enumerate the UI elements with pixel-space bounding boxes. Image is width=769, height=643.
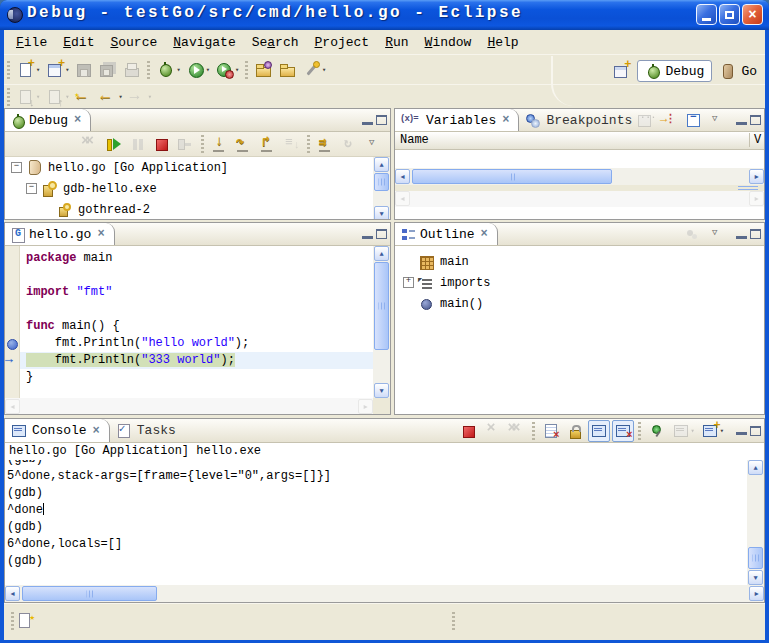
breakpoint-icon[interactable] bbox=[7, 339, 18, 350]
console-vscrollbar[interactable]: ▲ ▼ bbox=[747, 460, 764, 585]
editor-marker-gutter[interactable]: → bbox=[5, 246, 20, 398]
collapse-all-button[interactable] bbox=[682, 109, 704, 131]
scroll-up-icon[interactable]: ▲ bbox=[374, 157, 389, 172]
instruction-pointer-icon[interactable]: → bbox=[5, 352, 13, 367]
outline-item[interactable]: main bbox=[395, 251, 764, 272]
outline-item[interactable]: main() bbox=[395, 293, 764, 314]
minimize-view-button[interactable] bbox=[736, 426, 747, 435]
scroll-right-icon[interactable]: ► bbox=[749, 586, 764, 601]
terminate-button[interactable] bbox=[151, 133, 173, 155]
minimize-button[interactable] bbox=[696, 4, 717, 25]
scroll-left-icon[interactable]: ◄ bbox=[5, 586, 20, 601]
tab-debug[interactable]: Debug × bbox=[5, 109, 91, 131]
menu-navigate[interactable]: Navigate bbox=[165, 33, 243, 52]
run-button[interactable]: ▾ bbox=[185, 59, 212, 81]
menu-search[interactable]: Search bbox=[244, 33, 307, 52]
tab-outline[interactable]: Outline × bbox=[395, 223, 498, 245]
console-output[interactable]: (gdb)5^done,stack-args=[frame={level="0"… bbox=[7, 460, 747, 585]
menu-window[interactable]: Window bbox=[417, 33, 480, 52]
resume-button[interactable] bbox=[103, 133, 125, 155]
menu-source[interactable]: Source bbox=[102, 33, 165, 52]
show-when-stderr-changes-button[interactable] bbox=[612, 420, 634, 442]
close-tab-icon[interactable]: × bbox=[74, 113, 81, 127]
clear-console-button[interactable] bbox=[540, 420, 562, 442]
menu-file[interactable]: File bbox=[8, 33, 55, 52]
scroll-right-icon[interactable]: ► bbox=[749, 169, 764, 184]
expand-toggle-icon[interactable]: − bbox=[11, 162, 22, 173]
scroll-up-icon[interactable]: ▲ bbox=[374, 246, 389, 261]
maximize-view-button[interactable] bbox=[750, 115, 761, 125]
open-resource-button[interactable] bbox=[277, 59, 299, 81]
minimize-view-button[interactable] bbox=[736, 116, 747, 125]
fast-view-icon[interactable] bbox=[16, 611, 34, 629]
maximize-view-button[interactable] bbox=[750, 229, 761, 239]
scroll-down-icon[interactable]: ▼ bbox=[374, 383, 389, 398]
open-perspective-icon[interactable] bbox=[612, 62, 630, 80]
open-console-button[interactable]: ▾ bbox=[699, 420, 726, 442]
debug-tree-item[interactable]: −gdb-hello.exe bbox=[5, 178, 373, 199]
open-type-button[interactable] bbox=[253, 59, 275, 81]
expand-toggle-icon[interactable]: − bbox=[26, 183, 37, 194]
editor-vscrollbar[interactable]: ▲ ▼ bbox=[373, 246, 390, 398]
maximize-view-button[interactable] bbox=[750, 426, 761, 436]
code-line[interactable]: fmt.Println("333 world"); bbox=[20, 352, 373, 369]
tab-tasks[interactable]: Tasks bbox=[110, 419, 185, 442]
last-edit-location-button[interactable] bbox=[73, 86, 95, 108]
code-line[interactable] bbox=[20, 301, 373, 318]
debug-tree-item[interactable]: gothread-2 bbox=[5, 199, 373, 220]
new-button[interactable]: ▾ bbox=[15, 59, 42, 81]
variables-table-empty[interactable] bbox=[395, 150, 764, 168]
scroll-left-icon[interactable]: ◄ bbox=[395, 169, 410, 184]
minimize-view-button[interactable] bbox=[362, 116, 373, 125]
scroll-down-icon[interactable]: ▼ bbox=[374, 206, 389, 220]
view-menu-button[interactable] bbox=[363, 133, 385, 155]
close-tab-icon[interactable]: × bbox=[502, 113, 509, 127]
code-line[interactable]: } bbox=[20, 369, 373, 386]
tab-console[interactable]: Console× bbox=[5, 419, 110, 442]
code-line[interactable]: import "fmt" bbox=[20, 284, 373, 301]
debug-button[interactable]: ▾ bbox=[155, 59, 182, 81]
maximize-view-button[interactable] bbox=[376, 229, 387, 239]
tab-breakpoints[interactable]: Breakpoints bbox=[519, 109, 641, 131]
pin-console-button[interactable] bbox=[646, 420, 668, 442]
column-header-value[interactable]: V bbox=[749, 133, 764, 147]
close-tab-icon[interactable]: × bbox=[93, 424, 100, 438]
step-into-button[interactable] bbox=[209, 133, 231, 155]
scroll-down-icon[interactable]: ▼ bbox=[748, 570, 763, 585]
title-bar[interactable]: Debug - testGo/src/cmd/hello.go - Eclips… bbox=[0, 0, 769, 30]
console-hscrollbar[interactable]: ◄ ► bbox=[5, 585, 764, 602]
tab-variables[interactable]: Variables× bbox=[395, 109, 519, 131]
search-button[interactable]: ▾ bbox=[301, 59, 328, 81]
terminate-button[interactable] bbox=[458, 420, 480, 442]
use-step-filters-button[interactable] bbox=[315, 133, 337, 155]
debug-tree-vscrollbar[interactable]: ▲ ▼ bbox=[373, 157, 390, 220]
scroll-lock-button[interactable] bbox=[564, 420, 586, 442]
view-menu-button[interactable] bbox=[706, 223, 728, 245]
minimize-view-button[interactable] bbox=[736, 230, 747, 239]
new-wizard-button[interactable]: ▾ bbox=[44, 59, 71, 81]
maximize-view-button[interactable] bbox=[376, 115, 387, 125]
run-history-button[interactable]: ▾ bbox=[214, 59, 241, 81]
code-line[interactable]: fmt.Println("hello world"); bbox=[20, 335, 373, 352]
step-return-button[interactable] bbox=[257, 133, 279, 155]
step-over-button[interactable] bbox=[233, 133, 255, 155]
perspective-debug-button[interactable]: Debug bbox=[637, 60, 712, 82]
maximize-button[interactable] bbox=[719, 4, 740, 25]
close-tab-icon[interactable]: × bbox=[481, 227, 488, 241]
tab-hello-go[interactable]: hello.go × bbox=[5, 223, 115, 245]
code-line[interactable] bbox=[20, 267, 373, 284]
outline-item[interactable]: +imports bbox=[395, 272, 764, 293]
expand-toggle-icon[interactable]: + bbox=[403, 277, 414, 288]
show-when-stdout-changes-button[interactable] bbox=[588, 420, 610, 442]
menu-project[interactable]: Project bbox=[307, 33, 378, 52]
perspective-go-button[interactable]: Go bbox=[719, 62, 757, 80]
menu-run[interactable]: Run bbox=[377, 33, 416, 52]
code-line[interactable]: func main() { bbox=[20, 318, 373, 335]
back-button[interactable]: ▾ bbox=[97, 86, 124, 108]
menu-edit[interactable]: Edit bbox=[55, 33, 102, 52]
view-menu-button[interactable] bbox=[706, 109, 728, 131]
menu-help[interactable]: Help bbox=[479, 33, 526, 52]
column-header-name[interactable]: Name bbox=[400, 133, 429, 147]
minimize-view-button[interactable] bbox=[362, 230, 373, 239]
code-editor[interactable]: package mainimport "fmt"func main() { fm… bbox=[20, 246, 373, 398]
